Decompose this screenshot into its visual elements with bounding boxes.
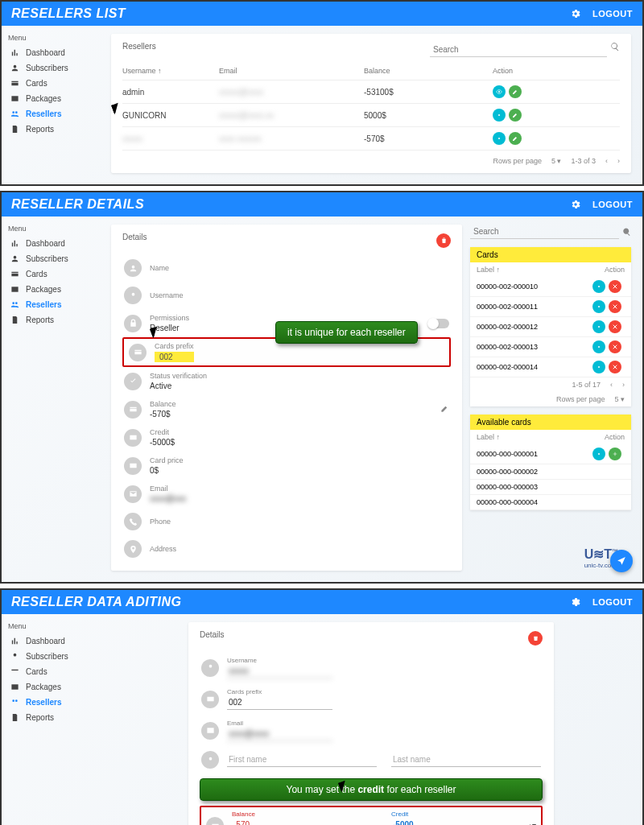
rows-per-page-select[interactable]: 5 ▾ <box>614 395 625 403</box>
svg-point-2 <box>498 138 500 139</box>
last-name-input[interactable] <box>391 753 541 767</box>
sidebar-item-packages[interactable]: Packages <box>2 282 100 297</box>
sidebar-item-resellers[interactable]: Resellers <box>2 297 100 312</box>
sidebar-item-packages[interactable]: Packages <box>2 91 100 106</box>
table-header: Username ↑ Email Balance Action <box>122 62 620 80</box>
tooltip: You may set the credit for each reseller <box>200 778 543 801</box>
page-title: RESELLERS LIST <box>11 6 126 21</box>
sidebar-item-subscribers[interactable]: Subscribers <box>2 649 100 664</box>
sidebar-item-subscribers[interactable]: Subscribers <box>2 251 100 266</box>
sidebar-item-reports[interactable]: Reports <box>2 122 100 137</box>
list-item[interactable]: 00000-002-000014 <box>470 357 631 377</box>
view-icon[interactable] <box>493 109 506 122</box>
next-page-icon[interactable]: › <box>622 381 625 389</box>
table-row[interactable]: xxxxx xxxx xxxxxx -570$ <box>122 127 620 151</box>
svg-point-8 <box>598 453 600 455</box>
prev-page-icon[interactable]: ‹ <box>610 381 613 389</box>
svg-point-3 <box>598 286 600 287</box>
sidebar-item-reports[interactable]: Reports <box>2 312 100 328</box>
sidebar-item-reports[interactable]: Reports <box>2 710 100 725</box>
edit-icon[interactable] <box>509 85 522 98</box>
pin-icon <box>124 540 142 558</box>
balance-credit-row: BalanceInvalid number Credit▴▾ <box>200 806 543 825</box>
edit-icon[interactable] <box>440 404 449 415</box>
pager: Rows per page 5 ▾ 1-3 of 3 ‹ › <box>122 151 620 165</box>
svg-point-0 <box>498 91 500 93</box>
view-icon[interactable] <box>592 448 605 460</box>
sidebar-item-dashboard[interactable]: Dashboard <box>2 45 100 60</box>
add-icon[interactable] <box>609 448 621 460</box>
svg-point-1 <box>498 114 500 116</box>
list-item[interactable]: 00000-000-000004 <box>470 495 631 510</box>
sidebar-item-resellers[interactable]: Resellers <box>2 106 100 122</box>
edit-icon[interactable] <box>509 132 522 145</box>
search-icon <box>622 227 631 237</box>
phone-icon <box>124 513 142 530</box>
username-input[interactable] <box>227 664 332 679</box>
fab-button[interactable] <box>610 550 633 572</box>
next-page-icon[interactable]: › <box>617 157 620 165</box>
person-icon <box>124 259 142 277</box>
edit-icon[interactable] <box>509 109 522 122</box>
view-icon[interactable] <box>493 85 506 98</box>
logout-button[interactable]: LOGOUT <box>592 200 633 209</box>
list-item[interactable]: 00000-000-000002 <box>470 464 631 480</box>
svg-point-5 <box>598 326 600 328</box>
stepper-icon[interactable]: ▴▾ <box>528 821 536 826</box>
view-icon[interactable] <box>592 280 605 293</box>
available-cards-panel: Available cards Label ↑Action 00000-000-… <box>470 415 631 510</box>
sidebar-item-dashboard[interactable]: Dashboard <box>2 236 100 251</box>
logout-button[interactable]: LOGOUT <box>592 597 633 607</box>
list-item[interactable]: 00000-000-000001 <box>470 444 631 464</box>
search-input[interactable] <box>470 225 619 239</box>
resellers-card: Resellers Username ↑ Email Balance Actio… <box>111 34 631 173</box>
delete-button[interactable] <box>528 631 543 646</box>
person-icon <box>10 64 19 72</box>
sidebar-item-dashboard[interactable]: Dashboard <box>2 633 100 649</box>
logout-button[interactable]: LOGOUT <box>592 9 633 19</box>
lock-icon <box>124 315 142 332</box>
sidebar-item-cards[interactable]: Cards <box>2 664 100 679</box>
table-row[interactable]: GUNICORN xxxxx@xxxx.xx 5000$ <box>122 104 620 127</box>
credit-input[interactable] <box>391 818 523 825</box>
table-row[interactable]: admin xxxxx@xxxx -53100$ <box>122 80 620 104</box>
search-input[interactable] <box>430 42 607 57</box>
cursor-icon <box>113 104 121 115</box>
permissions-toggle[interactable] <box>428 319 449 328</box>
first-name-input[interactable] <box>227 753 377 767</box>
sidebar-item-resellers[interactable]: Resellers <box>2 695 100 710</box>
card-title: Details <box>122 233 147 241</box>
list-item[interactable]: 00000-002-000012 <box>470 317 631 337</box>
mail-icon <box>201 722 219 740</box>
cursor-icon <box>151 328 159 339</box>
card-icon <box>10 79 19 88</box>
sidebar-item-subscribers[interactable]: Subscribers <box>2 60 100 76</box>
card-icon <box>129 344 147 361</box>
list-item[interactable]: 00000-002-000013 <box>470 337 631 357</box>
delete-button[interactable] <box>436 233 451 248</box>
rows-per-page-select[interactable]: 5 ▾ <box>551 157 562 165</box>
list-item[interactable]: 00000-000-000003 <box>470 480 631 495</box>
gear-icon[interactable] <box>570 8 581 19</box>
person-icon <box>201 659 219 677</box>
email-input[interactable] <box>227 727 332 741</box>
remove-icon[interactable] <box>609 280 621 293</box>
card-icon <box>124 457 142 475</box>
cards-prefix-value: 002 <box>155 352 194 362</box>
sidebar-item-packages[interactable]: Packages <box>2 679 100 695</box>
check-icon <box>124 373 142 390</box>
search-icon <box>610 42 620 52</box>
view-icon[interactable] <box>493 132 506 145</box>
list-item[interactable]: 00000-002-000010 <box>470 277 631 297</box>
sidebar: Menu Dashboard Subscribers Cards Package… <box>2 614 100 825</box>
svg-point-6 <box>598 346 600 348</box>
sidebar-item-cards[interactable]: Cards <box>2 266 100 282</box>
tooltip: it is unique for each reseller <box>275 321 418 344</box>
balance-input[interactable] <box>232 818 377 825</box>
list-item[interactable]: 00000-002-000011 <box>470 297 631 317</box>
prev-page-icon[interactable]: ‹ <box>605 157 608 165</box>
cards-prefix-input[interactable] <box>227 695 332 710</box>
gear-icon[interactable] <box>570 199 581 210</box>
gear-icon[interactable] <box>570 596 581 608</box>
sidebar-item-cards[interactable]: Cards <box>2 76 100 91</box>
